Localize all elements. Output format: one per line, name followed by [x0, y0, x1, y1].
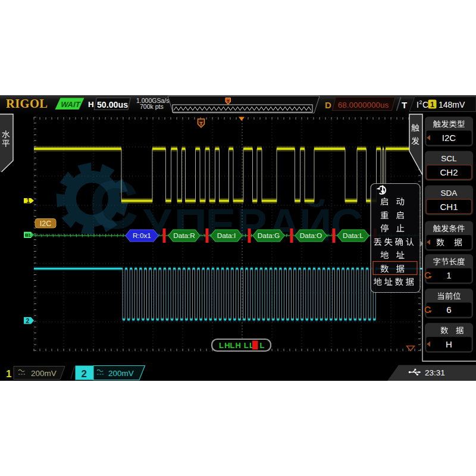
svg-text:T: T: [199, 120, 203, 127]
svg-text:200mV: 200mV: [108, 369, 134, 378]
svg-text:Е: Е: [206, 199, 236, 250]
svg-text:H: H: [446, 339, 452, 349]
svg-text:L: L: [244, 341, 249, 350]
svg-text:D: D: [325, 100, 331, 110]
svg-text:T: T: [402, 100, 407, 110]
svg-text:CH2: CH2: [440, 167, 458, 177]
svg-text:1: 1: [6, 368, 11, 380]
svg-text:П: П: [174, 199, 207, 250]
svg-text:I2C: I2C: [442, 133, 456, 143]
svg-text:Data:L: Data:L: [343, 231, 364, 240]
svg-text:RIGOL: RIGOL: [6, 97, 48, 110]
svg-text:У: У: [143, 199, 172, 250]
svg-text:200mV: 200mV: [31, 369, 57, 378]
svg-text:I2C: I2C: [40, 220, 51, 228]
svg-text:С: С: [331, 199, 364, 250]
svg-text:50.00us: 50.00us: [97, 100, 128, 109]
svg-text:1: 1: [430, 101, 434, 109]
svg-text:L: L: [219, 341, 224, 350]
svg-text:23:31: 23:31: [425, 368, 445, 377]
svg-text:2: 2: [26, 317, 30, 324]
svg-text:700k pts: 700k pts: [140, 103, 164, 110]
svg-text:B1: B1: [25, 233, 32, 238]
svg-text:148mV: 148mV: [439, 100, 465, 109]
svg-text:SDA: SDA: [441, 189, 458, 198]
svg-text:R:0x1: R:0x1: [133, 231, 151, 240]
svg-text:I: I: [416, 100, 419, 109]
svg-text:H: H: [236, 341, 241, 350]
svg-text:L: L: [230, 341, 234, 350]
svg-text:1: 1: [27, 198, 30, 204]
svg-text:1: 1: [446, 270, 451, 280]
svg-text:Data:I: Data:I: [217, 231, 236, 240]
svg-text:Р: Р: [237, 199, 267, 250]
svg-text:H: H: [224, 341, 230, 350]
svg-text:А: А: [268, 199, 301, 250]
svg-text:T: T: [227, 99, 230, 104]
svg-text:C: C: [422, 100, 428, 109]
svg-text:Data:G: Data:G: [258, 231, 280, 240]
svg-text:2: 2: [419, 99, 422, 105]
svg-text:68.0000000us: 68.0000000us: [338, 101, 389, 109]
svg-text:Data:O: Data:O: [300, 231, 322, 240]
svg-text:Й: Й: [299, 199, 332, 250]
svg-text:L: L: [260, 341, 265, 350]
svg-text:Data:R: Data:R: [173, 231, 195, 240]
svg-text:SCL: SCL: [441, 154, 457, 163]
svg-text:2: 2: [82, 368, 87, 380]
svg-text:CH1: CH1: [440, 202, 458, 212]
svg-text:H: H: [88, 100, 94, 109]
svg-text:WAIT: WAIT: [60, 100, 82, 109]
svg-text:6: 6: [446, 305, 451, 315]
